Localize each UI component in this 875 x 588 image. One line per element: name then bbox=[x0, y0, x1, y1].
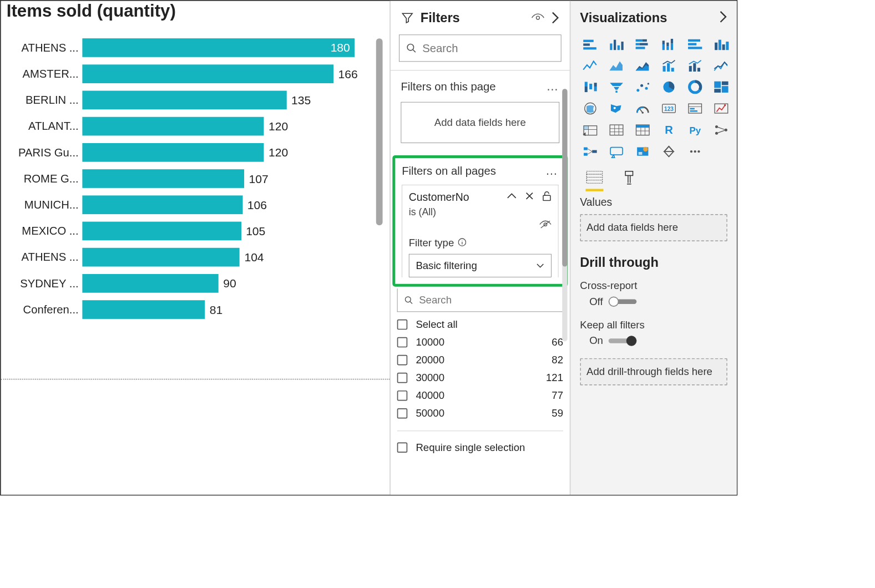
checkbox[interactable] bbox=[397, 373, 408, 383]
viz-type-button[interactable] bbox=[633, 100, 653, 116]
bar[interactable] bbox=[82, 248, 240, 267]
viz-type-button[interactable] bbox=[711, 79, 731, 95]
checkbox[interactable] bbox=[397, 442, 408, 453]
bar[interactable] bbox=[82, 222, 241, 241]
scrollbar-thumb[interactable] bbox=[562, 89, 567, 266]
chart-row[interactable]: AMSTER...166 bbox=[4, 61, 385, 87]
chart-row[interactable]: BERLIN ...135 bbox=[4, 87, 385, 113]
close-icon[interactable] bbox=[525, 192, 534, 202]
bar[interactable] bbox=[82, 64, 333, 83]
bar[interactable] bbox=[82, 169, 244, 188]
viz-type-button[interactable] bbox=[606, 57, 627, 74]
drill-through-well[interactable]: Add drill-through fields here bbox=[580, 358, 727, 386]
lock-icon[interactable] bbox=[542, 191, 552, 203]
require-single-row[interactable]: Require single selection bbox=[397, 430, 563, 453]
checkbox[interactable] bbox=[397, 337, 408, 348]
viz-type-button[interactable] bbox=[580, 36, 600, 52]
viz-type-button[interactable] bbox=[580, 121, 600, 138]
viz-type-button[interactable] bbox=[711, 57, 731, 74]
hide-icon[interactable] bbox=[539, 220, 552, 231]
chart-visual[interactable]: Items sold (quantity) ATHENS ...180AMSTE… bbox=[1, 1, 391, 495]
checkbox[interactable] bbox=[397, 391, 408, 401]
chart-row[interactable]: ATHENS ...180 bbox=[4, 34, 385, 60]
bar[interactable]: 180 bbox=[82, 38, 355, 57]
bar[interactable] bbox=[82, 300, 205, 319]
info-icon[interactable] bbox=[458, 237, 466, 249]
chart-row[interactable]: PARIS Gu...120 bbox=[4, 139, 385, 165]
chart-row[interactable]: MUNICH...106 bbox=[4, 192, 385, 218]
chart-row[interactable]: SYDNEY ...90 bbox=[4, 270, 385, 296]
filter-value-row[interactable]: 1000066 bbox=[397, 333, 563, 351]
chart-row[interactable]: ROME G...107 bbox=[4, 165, 385, 191]
viz-type-button[interactable] bbox=[633, 57, 653, 74]
viz-type-button[interactable] bbox=[659, 143, 679, 160]
viz-type-button[interactable] bbox=[606, 36, 627, 52]
chart-body: ATHENS ...180AMSTER...166BERLIN ...135AT… bbox=[1, 30, 390, 323]
fields-tab[interactable] bbox=[585, 170, 603, 191]
more-options-button[interactable]: … bbox=[547, 79, 560, 93]
chevron-right-icon[interactable] bbox=[551, 11, 559, 24]
viz-type-button[interactable]: Py bbox=[685, 121, 705, 138]
viz-type-button[interactable] bbox=[659, 79, 679, 95]
viz-type-button[interactable] bbox=[580, 100, 600, 116]
this-page-well[interactable]: Add data fields here bbox=[401, 102, 559, 143]
filter-value-row[interactable]: 30000121 bbox=[397, 369, 563, 387]
svg-rect-39 bbox=[589, 84, 592, 89]
filter-values-search[interactable] bbox=[397, 288, 563, 312]
filter-values-search-input[interactable] bbox=[419, 294, 556, 306]
chart-row[interactable]: ATHENS ...104 bbox=[4, 244, 385, 270]
viz-type-button[interactable] bbox=[711, 100, 731, 116]
chart-row[interactable]: MEXICO ...105 bbox=[4, 218, 385, 244]
eye-icon[interactable] bbox=[532, 13, 545, 23]
values-well[interactable]: Add data fields here bbox=[580, 214, 727, 241]
scrollbar-thumb[interactable] bbox=[376, 38, 383, 225]
filter-type-select[interactable]: Basic filtering bbox=[409, 254, 552, 277]
bar[interactable] bbox=[82, 91, 286, 110]
viz-type-button[interactable] bbox=[633, 79, 653, 95]
filter-value-row[interactable]: 4000077 bbox=[397, 387, 563, 404]
chevron-right-icon[interactable] bbox=[719, 11, 727, 26]
viz-type-button[interactable] bbox=[685, 57, 705, 74]
viz-type-button[interactable] bbox=[633, 36, 653, 52]
viz-type-button[interactable] bbox=[685, 36, 705, 52]
bar[interactable] bbox=[82, 274, 218, 293]
bar[interactable] bbox=[82, 195, 242, 214]
viz-type-button[interactable] bbox=[711, 36, 731, 52]
viz-type-button[interactable] bbox=[580, 143, 600, 160]
filters-search[interactable] bbox=[399, 34, 562, 62]
viz-type-button[interactable] bbox=[580, 79, 600, 95]
chart-scrollbar[interactable] bbox=[376, 38, 383, 338]
viz-type-button[interactable] bbox=[685, 79, 705, 95]
chevron-up-icon[interactable] bbox=[507, 192, 517, 201]
checkbox[interactable] bbox=[397, 320, 408, 330]
viz-type-button[interactable] bbox=[685, 143, 705, 160]
viz-type-button[interactable]: R bbox=[659, 121, 679, 138]
viz-type-button[interactable] bbox=[659, 57, 679, 74]
cross-report-toggle[interactable] bbox=[609, 300, 637, 304]
viz-type-button[interactable] bbox=[633, 143, 653, 160]
format-tab[interactable] bbox=[622, 170, 636, 191]
viz-type-button[interactable] bbox=[685, 100, 705, 116]
bar[interactable] bbox=[82, 143, 264, 162]
filters-search-input[interactable] bbox=[422, 42, 554, 55]
keep-filters-toggle[interactable] bbox=[609, 338, 637, 343]
viz-type-button[interactable] bbox=[659, 36, 679, 52]
viz-type-button[interactable]: 123 bbox=[659, 100, 679, 116]
more-options-button[interactable]: … bbox=[545, 164, 559, 178]
filters-scrollbar[interactable] bbox=[562, 89, 567, 341]
checkbox[interactable] bbox=[397, 355, 408, 366]
viz-type-button[interactable] bbox=[580, 57, 600, 74]
viz-type-button[interactable] bbox=[606, 79, 627, 95]
viz-type-button[interactable] bbox=[606, 143, 627, 160]
select-all-row[interactable]: Select all bbox=[397, 316, 563, 333]
chart-row[interactable]: Conferen...81 bbox=[4, 296, 385, 322]
chart-row[interactable]: ATLANT...120 bbox=[4, 113, 385, 139]
viz-type-button[interactable] bbox=[606, 100, 627, 116]
bar[interactable] bbox=[82, 117, 264, 136]
checkbox[interactable] bbox=[397, 408, 408, 419]
filter-value-row[interactable]: 5000059 bbox=[397, 404, 563, 422]
viz-type-button[interactable] bbox=[606, 121, 627, 138]
viz-type-button[interactable] bbox=[633, 121, 653, 138]
filter-value-row[interactable]: 2000082 bbox=[397, 351, 563, 369]
viz-type-button[interactable] bbox=[711, 121, 731, 138]
